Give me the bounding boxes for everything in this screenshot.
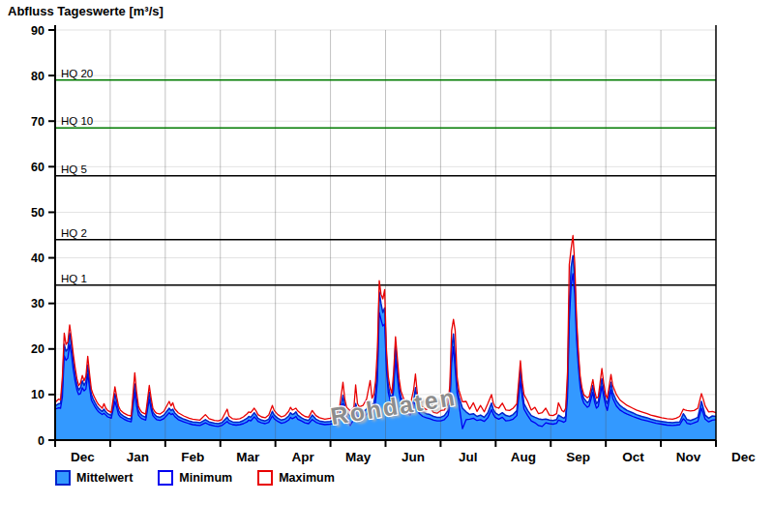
legend-item-minimum: Minimum — [158, 470, 232, 486]
chart-container: Abfluss Tageswerte [m³/s] HQ 20HQ 10HQ 5… — [0, 0, 774, 532]
month-label: Mar — [236, 450, 260, 464]
month-label: Aug — [511, 450, 536, 464]
y-tick-label: 40 — [31, 251, 45, 265]
hq-label: HQ 1 — [61, 273, 87, 284]
legend-label-minimum: Minimum — [179, 471, 232, 485]
y-tick-label: 50 — [31, 206, 45, 220]
legend: MittelwertMinimumMaximum — [55, 470, 335, 486]
hq-label: HQ 5 — [61, 163, 87, 175]
month-label: Nov — [676, 450, 701, 464]
legend-label-maximum: Maximum — [279, 471, 335, 485]
legend-swatch-mittelwert — [55, 470, 71, 486]
month-label: Dec — [731, 450, 756, 464]
discharge-chart: HQ 20HQ 10HQ 5HQ 2HQ 1010203040506070809… — [0, 0, 774, 532]
y-tick-label: 30 — [31, 297, 45, 310]
hq-label: HQ 10 — [61, 115, 93, 127]
y-tick-label: 80 — [31, 70, 45, 83]
legend-swatch-minimum — [158, 470, 173, 486]
y-tick-label: 10 — [31, 388, 45, 401]
y-tick-label: 60 — [31, 161, 45, 174]
month-label: Jun — [402, 450, 425, 464]
month-label: May — [345, 450, 372, 464]
hq-label: HQ 20 — [61, 68, 93, 79]
legend-item-maximum: Maximum — [257, 470, 335, 486]
y-tick-label: 70 — [31, 115, 45, 129]
month-label: Jul — [459, 450, 478, 464]
legend-item-mittelwert: Mittelwert — [55, 470, 133, 486]
legend-label-mittelwert: Mittelwert — [76, 471, 133, 485]
month-label: Apr — [292, 450, 315, 464]
month-label: Oct — [622, 450, 644, 464]
month-label: Jan — [127, 450, 149, 464]
y-tick-label: 20 — [31, 342, 45, 356]
month-label: Dec — [71, 450, 95, 464]
y-tick-label: 0 — [38, 434, 45, 448]
month-label: Feb — [181, 450, 204, 464]
y-tick-label: 90 — [31, 24, 45, 38]
legend-swatch-maximum — [257, 470, 273, 486]
month-label: Sep — [566, 450, 590, 464]
hq-label: HQ 2 — [61, 227, 87, 239]
